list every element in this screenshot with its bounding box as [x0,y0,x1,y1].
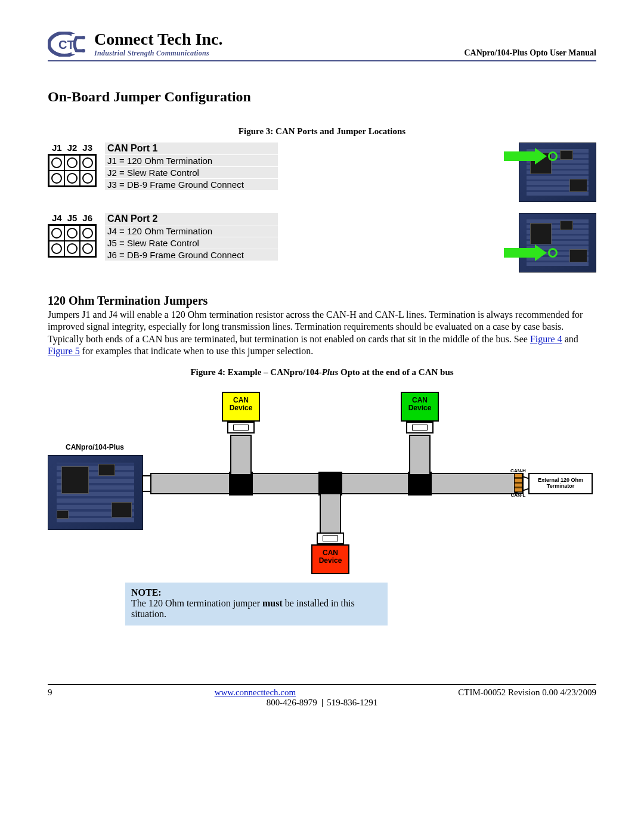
brand-block: CT Connect Tech Inc. Industrial Strength… [48,30,222,58]
page-header: CT Connect Tech Inc. Industrial Strength… [48,30,596,61]
bus-stub-icon [409,435,431,475]
board-label: CANpro/104-Plus [66,443,124,451]
figure-3-caption: Figure 3: CAN Ports and Jumper Locations [48,126,596,137]
footer-revision: CTIM-00052 Revision 0.00 4/23/2009 [458,688,596,698]
canpro-board-icon [48,455,143,530]
resistor-icon: CAN-H CAN-L [510,468,526,499]
device-label: CAN [323,549,338,557]
footer-phone: 800-426-8979 [267,698,317,707]
figure-4-caption: Figure 4: Example – CANpro/104-Plus Opto… [48,367,596,377]
footer-url-link[interactable]: www.connecttech.com [215,688,296,698]
subsection-heading: 120 Ohm Termination Jumpers [48,294,596,308]
jumper-block-port1: J1 J2 J3 [48,143,97,187]
device-label: Device [319,556,342,565]
caption-text: Figure 4: Example – CANpro/104- [190,367,321,377]
can-device-red: CAN Device [311,544,349,574]
connector-icon [317,532,344,544]
bus-stub-icon [320,493,341,534]
note-text: must [262,598,283,608]
logo-icon: CT [48,32,89,57]
figure-4-diagram: CANpro/104-Plus CAN Device CAN Device CA… [48,383,596,568]
port2-title: CAN Port 2 [105,213,278,225]
port2-line: J4 = 120 Ohm Termination [105,225,278,237]
bus-hub-icon [408,472,432,496]
svg-point-4 [82,49,85,52]
jumper-block-port2: J4 J5 J6 [48,213,97,258]
brand-name: Connect Tech Inc. [94,30,222,49]
svg-text:CT: CT [58,38,75,51]
body-text: and [562,334,578,344]
port2-line: J5 = Slew Rate Control [105,237,278,249]
device-label: Device [230,404,253,412]
connector-icon [406,422,434,433]
page-footer: 9 www.connecttech.com CTIM-00052 Revisio… [48,684,596,708]
section-heading: On-Board Jumper Configuration [48,89,596,105]
port2-line: J6 = DB-9 Frame Ground Connect [105,249,278,261]
jumper-label: J1 [52,143,62,153]
jumper-label: J5 [67,213,78,223]
port1-description: CAN Port 1 J1 = 120 Ohm Termination J2 =… [105,143,278,190]
caption-text: Opto at the end of a CAN bus [338,367,453,377]
page-number: 9 [48,688,52,698]
jumper-label: J6 [82,213,92,223]
canh-label: CAN-H [510,468,526,473]
document-title: CANpro/104-Plus Opto User Manual [464,48,596,58]
body-text: for examples that indicate when to use t… [80,346,313,356]
board-thumbnail-port1 [519,143,596,202]
device-label: CAN [412,396,428,404]
port1-line: J3 = DB-9 Frame Ground Connect [105,179,278,190]
external-terminator-label: External 120 Ohm Terminator [528,473,593,494]
bus-hub-icon [229,472,253,496]
figure-3: J1 J2 J3 CAN Port 1 J1 = 120 Ohm Termina… [48,143,596,272]
connector-icon [227,422,255,433]
port1-line: J1 = 120 Ohm Termination [105,155,278,166]
body-text: Jumpers J1 and J4 will enable a 120 Ohm … [48,309,583,344]
figure-4-link[interactable]: Figure 4 [530,334,562,344]
port1-line: J2 = Slew Rate Control [105,167,278,178]
note-body: The 120 Ohm termination jumper must be i… [131,598,382,620]
termination-body: Jumpers J1 and J4 will enable a 120 Ohm … [48,309,596,358]
port1-title: CAN Port 1 [105,143,278,154]
note-text: The 120 Ohm termination jumper [131,598,262,608]
jumper-label: J3 [82,143,92,153]
bus-hub-icon [318,472,342,496]
note-heading: NOTE: [131,587,382,598]
note-box: NOTE: The 120 Ohm termination jumper mus… [125,583,388,625]
footer-phone: 519-836-1291 [327,698,377,707]
jumper-label: J2 [67,143,78,153]
canl-label: CAN-L [511,493,526,498]
can-device-green: CAN Device [401,392,439,422]
bus-stub-icon [230,435,252,475]
device-label: Device [408,404,432,412]
svg-point-3 [82,36,85,39]
board-thumbnail-port2 [519,213,596,272]
caption-text: Plus [322,367,339,377]
brand-tagline: Industrial Strength Communications [94,49,222,58]
port2-description: CAN Port 2 J4 = 120 Ohm Termination J5 =… [105,213,278,261]
device-label: CAN [233,396,249,404]
figure-5-link[interactable]: Figure 5 [48,346,80,356]
can-device-yellow: CAN Device [222,392,260,422]
jumper-label: J4 [52,213,62,223]
